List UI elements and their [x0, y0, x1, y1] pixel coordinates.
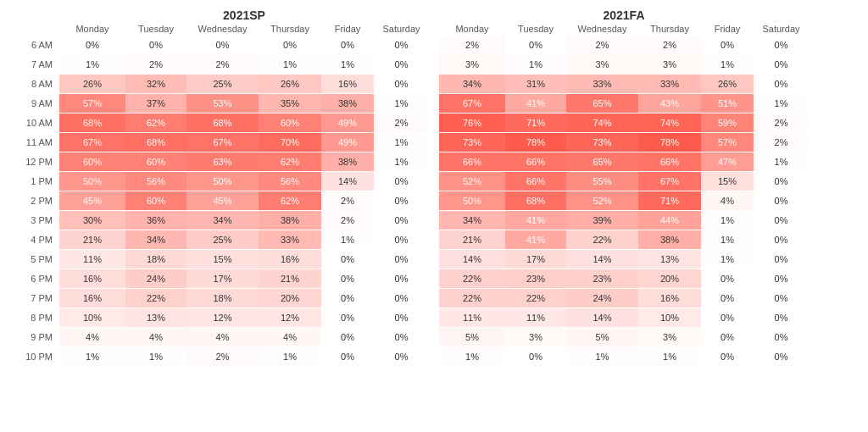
- sp-cell: 0%: [374, 36, 429, 54]
- sp-cell: 1%: [374, 94, 429, 113]
- sp-cell: 68%: [186, 114, 259, 132]
- fa-cell: 38%: [638, 230, 701, 249]
- sp-col-header-saturday: Saturday: [374, 24, 429, 34]
- fa-cell: 76%: [439, 114, 505, 132]
- sp-cell: 12%: [186, 308, 259, 327]
- sp-cell: 38%: [321, 152, 374, 171]
- row-label: 7 AM: [13, 55, 59, 74]
- sp-cell: 35%: [259, 94, 321, 113]
- fa-cell: 2%: [754, 133, 809, 152]
- fa-cell: 0%: [754, 308, 809, 327]
- data-row: 8 AM26%32%25%26%16%0%34%31%33%33%26%0%: [13, 75, 855, 93]
- fa-cell: 67%: [439, 94, 505, 113]
- fa-cell: 43%: [638, 94, 701, 113]
- sp-cell: 0%: [321, 289, 374, 307]
- sp-cell: 62%: [259, 152, 321, 171]
- fa-cell: 73%: [566, 133, 638, 152]
- sp-cell: 60%: [259, 114, 321, 132]
- sp-cell: 1%: [59, 347, 125, 366]
- fa-cell: 0%: [754, 75, 809, 93]
- sp-cell: 0%: [374, 308, 429, 327]
- data-row: 6 PM16%24%17%21%0%0%22%23%23%20%0%0%: [13, 269, 855, 288]
- fa-cell: 0%: [754, 328, 809, 346]
- sp-cell: 18%: [125, 250, 186, 269]
- fa-cell: 33%: [566, 75, 638, 93]
- fa-cell: 2%: [638, 36, 701, 54]
- data-row: 5 PM11%18%15%16%0%0%14%17%14%13%1%0%: [13, 250, 855, 269]
- fa-cell: 34%: [439, 75, 505, 93]
- sp-cell: 49%: [321, 133, 374, 152]
- fa-cell: 66%: [439, 152, 505, 171]
- sp-cell: 16%: [259, 250, 321, 269]
- fa-cell: 17%: [505, 250, 566, 269]
- fa-cell: 1%: [566, 347, 638, 366]
- fa-cell: 74%: [566, 114, 638, 132]
- fa-cell: 0%: [754, 55, 809, 74]
- fa-cell: 0%: [701, 269, 754, 288]
- data-row: 1 PM50%56%50%56%14%0%52%66%55%67%15%0%: [13, 172, 855, 191]
- sp-cell: 0%: [374, 250, 429, 269]
- fa-cell: 0%: [754, 172, 809, 191]
- fa-cell: 0%: [754, 289, 809, 307]
- sp-cell: 38%: [321, 94, 374, 113]
- sp-cell: 34%: [186, 211, 259, 230]
- fa-cell: 65%: [566, 152, 638, 171]
- fa-cell: 78%: [638, 133, 701, 152]
- fa-cell: 26%: [701, 75, 754, 93]
- sp-cell: 25%: [186, 75, 259, 93]
- sp-cell: 18%: [186, 289, 259, 307]
- fa-cell: 78%: [505, 133, 566, 152]
- fa-cell: 24%: [566, 289, 638, 307]
- sp-cell: 16%: [59, 289, 125, 307]
- sp-cell: 60%: [59, 152, 125, 171]
- fa-cell: 73%: [439, 133, 505, 152]
- sp-cell: 0%: [321, 269, 374, 288]
- fa-cell: 0%: [754, 269, 809, 288]
- col-headers: MondayTuesdayWednesdayThursdayFridaySatu…: [59, 24, 855, 34]
- fa-cell: 0%: [701, 308, 754, 327]
- sp-cell: 0%: [321, 347, 374, 366]
- data-row: 3 PM30%36%34%38%2%0%34%41%39%44%1%0%: [13, 211, 855, 230]
- sp-cell: 1%: [321, 55, 374, 74]
- sp-cell: 67%: [186, 133, 259, 152]
- sp-cell: 21%: [59, 230, 125, 249]
- sp-cell: 0%: [374, 75, 429, 93]
- data-row: 10 PM1%1%2%1%0%0%1%0%1%1%0%0%: [13, 347, 855, 366]
- fa-title: 2021FA: [439, 8, 809, 22]
- fa-cell: 23%: [566, 269, 638, 288]
- sp-col-header-wednesday: Wednesday: [186, 24, 259, 34]
- fa-cell: 59%: [701, 114, 754, 132]
- fa-cell: 16%: [638, 289, 701, 307]
- sp-cell: 1%: [259, 55, 321, 74]
- sp-cell: 10%: [59, 308, 125, 327]
- fa-cell: 22%: [505, 289, 566, 307]
- data-row: 8 PM10%13%12%12%0%0%11%11%14%10%0%0%: [13, 308, 855, 327]
- fa-cell: 5%: [439, 328, 505, 346]
- sp-cell: 50%: [59, 172, 125, 191]
- fa-col-header-thursday: Thursday: [638, 24, 701, 34]
- sp-cell: 62%: [125, 114, 186, 132]
- fa-cell: 39%: [566, 211, 638, 230]
- row-label: 4 PM: [13, 230, 59, 249]
- row-label: 8 AM: [13, 75, 59, 93]
- data-row: 10 AM68%62%68%60%49%2%76%71%74%74%59%2%: [13, 114, 855, 132]
- sp-col-header-thursday: Thursday: [259, 24, 321, 34]
- fa-cell: 1%: [439, 347, 505, 366]
- fa-cell: 5%: [566, 328, 638, 346]
- fa-cell: 0%: [505, 36, 566, 54]
- sp-cell: 2%: [321, 211, 374, 230]
- sp-col-header-friday: Friday: [321, 24, 374, 34]
- sp-cell: 60%: [125, 191, 186, 210]
- fa-cell: 71%: [638, 191, 701, 210]
- row-label: 12 PM: [13, 152, 59, 171]
- fa-cell: 34%: [439, 211, 505, 230]
- data-row: 4 PM21%34%25%33%1%0%21%41%22%38%1%0%: [13, 230, 855, 249]
- fa-cell: 0%: [754, 347, 809, 366]
- fa-cell: 2%: [566, 36, 638, 54]
- fa-cell: 66%: [638, 152, 701, 171]
- data-row: 12 PM60%60%63%62%38%1%66%66%65%66%47%1%: [13, 152, 855, 171]
- sp-cell: 56%: [125, 172, 186, 191]
- fa-cell: 51%: [701, 94, 754, 113]
- sp-cell: 62%: [259, 191, 321, 210]
- row-label: 8 PM: [13, 308, 59, 327]
